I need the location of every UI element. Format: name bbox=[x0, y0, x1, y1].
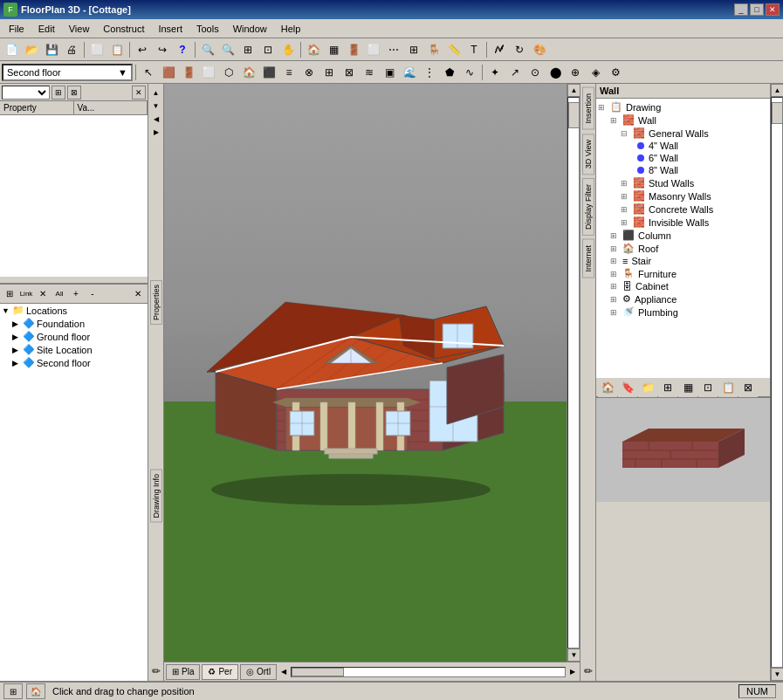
zoom-region-button[interactable]: ⊡ bbox=[258, 40, 278, 59]
undo-button[interactable]: ↩ bbox=[133, 40, 152, 59]
menu-edit[interactable]: Edit bbox=[31, 22, 62, 36]
room-button[interactable]: ⊞ bbox=[404, 40, 423, 59]
menu-tools[interactable]: Tools bbox=[189, 22, 226, 36]
obj-column[interactable]: ⊞ ⬛ Column bbox=[598, 229, 768, 242]
close-button[interactable]: ✕ bbox=[766, 3, 780, 16]
cube-button[interactable]: 🟫 bbox=[159, 63, 178, 82]
obj-masonry-walls[interactable]: ⊞ 🧱 Masonry Walls bbox=[598, 189, 768, 202]
perspective-tab[interactable]: ♻ Per bbox=[202, 664, 238, 680]
stair-button[interactable]: ⋯ bbox=[384, 40, 403, 59]
tree-link[interactable]: Link bbox=[18, 286, 34, 302]
tree-delete[interactable]: ✕ bbox=[35, 286, 51, 302]
drawing-info-tab[interactable]: Drawing Info bbox=[150, 470, 162, 523]
open-button[interactable]: 📂 bbox=[22, 40, 41, 59]
obj-scroll-down[interactable]: ▼ bbox=[771, 668, 783, 681]
left-arrow-left[interactable]: ▶ bbox=[154, 127, 159, 138]
roof-button[interactable]: 🏠 bbox=[239, 63, 258, 82]
house-icon[interactable]: 🏠 bbox=[304, 40, 323, 59]
prev-btn6[interactable]: ⊡ bbox=[698, 378, 718, 397]
viewport-canvas[interactable]: ▲ ▼ bbox=[164, 84, 580, 662]
prop-close[interactable]: ✕ bbox=[132, 86, 146, 100]
prev-btn7[interactable]: 📋 bbox=[718, 378, 738, 397]
obj-roof[interactable]: ⊞ 🏠 Roof bbox=[598, 242, 768, 255]
wall-button[interactable]: ▦ bbox=[324, 40, 343, 59]
tree-locations[interactable]: ▼ 📁 Locations bbox=[0, 304, 148, 317]
tool7[interactable]: ⬟ bbox=[440, 63, 459, 82]
3dview-tab[interactable]: 3D View bbox=[582, 134, 594, 175]
internet-tab[interactable]: Internet bbox=[582, 239, 594, 278]
menu-window[interactable]: Window bbox=[226, 22, 274, 36]
ortho-tab[interactable]: ◎ Ortl bbox=[240, 664, 277, 680]
tool10[interactable]: ⊙ bbox=[525, 63, 545, 82]
tool4[interactable]: ▣ bbox=[380, 63, 399, 82]
status-icon1[interactable]: ⊞ bbox=[3, 683, 23, 699]
obj-plumbing[interactable]: ⊞ 🚿 Plumbing bbox=[598, 305, 768, 319]
tree-all[interactable]: All bbox=[52, 286, 67, 302]
tool1[interactable]: ⊞ bbox=[319, 63, 339, 82]
tab-scroll-left[interactable]: ◀ bbox=[278, 668, 289, 676]
zoom-out-button[interactable]: 🔍 bbox=[218, 40, 237, 59]
paste-button[interactable]: 📋 bbox=[107, 40, 127, 59]
obj-furniture[interactable]: ⊞ 🪑 Furniture bbox=[598, 267, 768, 280]
menu-insert[interactable]: Insert bbox=[151, 22, 189, 36]
fixture-button[interactable]: ⊗ bbox=[299, 63, 319, 82]
obj-scroll-up[interactable]: ▲ bbox=[771, 84, 783, 97]
window2-button[interactable]: ⬜ bbox=[199, 63, 218, 82]
redo-button[interactable]: ↪ bbox=[153, 40, 172, 59]
floor-dropdown[interactable]: Second floor ▼ bbox=[2, 64, 133, 81]
tree-second[interactable]: ▶ 🔷 Second floor bbox=[0, 356, 148, 369]
tree-add[interactable]: + bbox=[68, 286, 84, 302]
minimize-button[interactable]: _ bbox=[734, 3, 748, 16]
save-button[interactable]: 💾 bbox=[42, 40, 61, 59]
menu-file[interactable]: File bbox=[2, 22, 31, 36]
insertion-tab[interactable]: Insertion bbox=[582, 87, 594, 130]
vscroll-thumb[interactable] bbox=[568, 102, 580, 128]
zoom-in-button[interactable]: 🔍 bbox=[198, 40, 217, 59]
prop-btn2[interactable]: ⊠ bbox=[67, 86, 81, 100]
obj-stair[interactable]: ⊞ ≡ Stair bbox=[598, 255, 768, 267]
obj-general-walls[interactable]: ⊟ 🧱 General Walls bbox=[598, 127, 768, 140]
tool8[interactable]: ∿ bbox=[460, 63, 479, 82]
rotate-button[interactable]: ↻ bbox=[510, 40, 529, 59]
tool6[interactable]: ⋮ bbox=[420, 63, 439, 82]
help-button[interactable]: ? bbox=[173, 40, 192, 59]
obj-concrete-walls[interactable]: ⊞ 🧱 Concrete Walls bbox=[598, 202, 768, 216]
obj-8wall[interactable]: 8" Wall bbox=[598, 164, 768, 176]
tool2[interactable]: ⊠ bbox=[340, 63, 359, 82]
obj-appliance[interactable]: ⊞ ⚙ Appliance bbox=[598, 292, 768, 305]
tree-foundation[interactable]: ▶ 🔷 Foundation bbox=[0, 317, 148, 330]
tree-pointer[interactable]: ⊞ bbox=[2, 286, 17, 302]
shape-button[interactable]: ⬡ bbox=[219, 63, 238, 82]
menu-construct[interactable]: Construct bbox=[96, 22, 151, 36]
prop-btn1[interactable]: ⊞ bbox=[52, 86, 65, 100]
viewport-vscroll[interactable]: ▲ ▼ bbox=[567, 84, 580, 662]
plan-tab[interactable]: ⊞ Pla bbox=[166, 664, 200, 680]
prev-btn3[interactable]: 📁 bbox=[638, 378, 657, 397]
left-arrow-up[interactable]: ▲ bbox=[153, 87, 160, 99]
obj-6wall[interactable]: 6" Wall bbox=[598, 152, 768, 164]
obj-drawing[interactable]: ⊞ 📋 Drawing bbox=[598, 100, 768, 113]
h-scroll-thumb[interactable] bbox=[292, 668, 344, 676]
tree-ground[interactable]: ▶ 🔷 Ground floor bbox=[0, 330, 148, 343]
prev-btn2[interactable]: 🔖 bbox=[618, 378, 637, 397]
new-button[interactable]: 📄 bbox=[2, 40, 21, 59]
furniture-button[interactable]: 🪑 bbox=[424, 40, 443, 59]
tab-scroll-right[interactable]: ▶ bbox=[567, 668, 578, 676]
stair2-button[interactable]: ≡ bbox=[279, 63, 299, 82]
zoom-fit-button[interactable]: ⊞ bbox=[238, 40, 258, 59]
left-arrow-right[interactable]: ◀ bbox=[154, 113, 159, 125]
draw-icon[interactable]: ✏ bbox=[152, 665, 161, 677]
obj-scroll-thumb[interactable] bbox=[772, 102, 783, 124]
column-button[interactable]: ⬛ bbox=[259, 63, 278, 82]
prev-btn8[interactable]: ⊠ bbox=[738, 378, 758, 397]
door2-button[interactable]: 🚪 bbox=[179, 63, 198, 82]
tool12[interactable]: ⊕ bbox=[566, 63, 585, 82]
3d-view-button[interactable]: 🗲 bbox=[490, 40, 509, 59]
tool13[interactable]: ◈ bbox=[586, 63, 605, 82]
obj-invisible-walls[interactable]: ⊞ 🧱 Invisible Walls bbox=[598, 216, 768, 229]
tree-site[interactable]: ▶ 🔷 Site Location bbox=[0, 343, 148, 356]
obj-cabinet[interactable]: ⊞ 🗄 Cabinet bbox=[598, 280, 768, 292]
material-button[interactable]: 🎨 bbox=[530, 40, 549, 59]
text-button[interactable]: T bbox=[464, 40, 484, 59]
properties-tab[interactable]: Properties bbox=[150, 280, 162, 325]
